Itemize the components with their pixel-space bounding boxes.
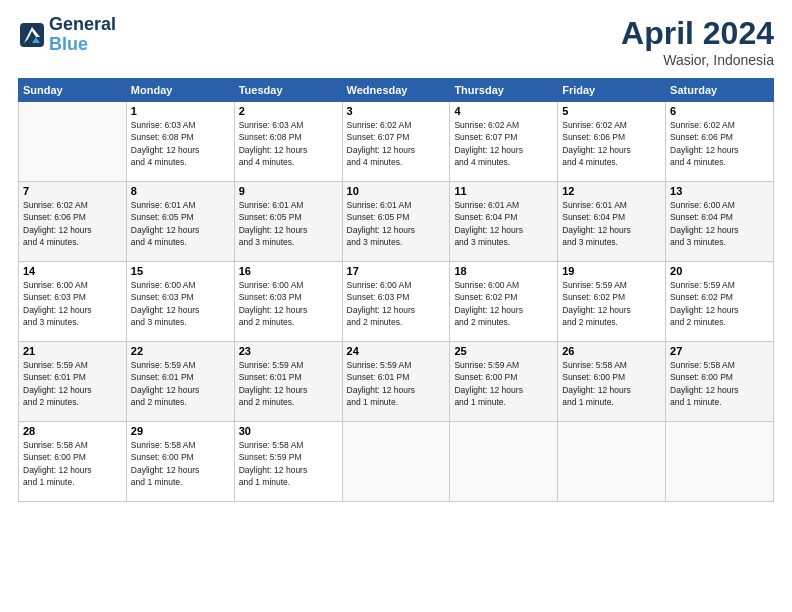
col-header-tuesday: Tuesday xyxy=(234,79,342,102)
calendar-cell: 1Sunrise: 6:03 AM Sunset: 6:08 PM Daylig… xyxy=(126,102,234,182)
day-number: 10 xyxy=(347,185,446,197)
calendar-cell: 2Sunrise: 6:03 AM Sunset: 6:08 PM Daylig… xyxy=(234,102,342,182)
day-info: Sunrise: 6:00 AM Sunset: 6:04 PM Dayligh… xyxy=(670,199,769,248)
calendar-cell: 25Sunrise: 5:59 AM Sunset: 6:00 PM Dayli… xyxy=(450,342,558,422)
day-number: 19 xyxy=(562,265,661,277)
header-row: SundayMondayTuesdayWednesdayThursdayFrid… xyxy=(19,79,774,102)
day-info: Sunrise: 5:58 AM Sunset: 6:00 PM Dayligh… xyxy=(670,359,769,408)
calendar-cell: 15Sunrise: 6:00 AM Sunset: 6:03 PM Dayli… xyxy=(126,262,234,342)
day-number: 24 xyxy=(347,345,446,357)
day-number: 26 xyxy=(562,345,661,357)
calendar-body: 1Sunrise: 6:03 AM Sunset: 6:08 PM Daylig… xyxy=(19,102,774,502)
day-number: 7 xyxy=(23,185,122,197)
week-row-2: 7Sunrise: 6:02 AM Sunset: 6:06 PM Daylig… xyxy=(19,182,774,262)
day-info: Sunrise: 6:02 AM Sunset: 6:07 PM Dayligh… xyxy=(347,119,446,168)
logo-icon xyxy=(18,21,46,49)
day-number: 6 xyxy=(670,105,769,117)
day-number: 9 xyxy=(239,185,338,197)
day-info: Sunrise: 6:02 AM Sunset: 6:07 PM Dayligh… xyxy=(454,119,553,168)
col-header-sunday: Sunday xyxy=(19,79,127,102)
location: Wasior, Indonesia xyxy=(621,52,774,68)
title-block: April 2024 Wasior, Indonesia xyxy=(621,15,774,68)
day-number: 11 xyxy=(454,185,553,197)
day-number: 1 xyxy=(131,105,230,117)
col-header-wednesday: Wednesday xyxy=(342,79,450,102)
day-info: Sunrise: 5:58 AM Sunset: 5:59 PM Dayligh… xyxy=(239,439,338,488)
week-row-1: 1Sunrise: 6:03 AM Sunset: 6:08 PM Daylig… xyxy=(19,102,774,182)
day-info: Sunrise: 6:03 AM Sunset: 6:08 PM Dayligh… xyxy=(239,119,338,168)
calendar-cell: 10Sunrise: 6:01 AM Sunset: 6:05 PM Dayli… xyxy=(342,182,450,262)
day-number: 14 xyxy=(23,265,122,277)
day-info: Sunrise: 6:02 AM Sunset: 6:06 PM Dayligh… xyxy=(562,119,661,168)
day-number: 22 xyxy=(131,345,230,357)
calendar-cell: 3Sunrise: 6:02 AM Sunset: 6:07 PM Daylig… xyxy=(342,102,450,182)
logo-line2: Blue xyxy=(49,35,116,55)
day-number: 16 xyxy=(239,265,338,277)
calendar-cell: 28Sunrise: 5:58 AM Sunset: 6:00 PM Dayli… xyxy=(19,422,127,502)
page: General Blue April 2024 Wasior, Indonesi… xyxy=(0,0,792,612)
logo: General Blue xyxy=(18,15,116,55)
logo-line1: General xyxy=(49,15,116,35)
day-info: Sunrise: 5:59 AM Sunset: 6:01 PM Dayligh… xyxy=(23,359,122,408)
day-number: 23 xyxy=(239,345,338,357)
col-header-friday: Friday xyxy=(558,79,666,102)
day-info: Sunrise: 6:01 AM Sunset: 6:05 PM Dayligh… xyxy=(239,199,338,248)
calendar-cell: 24Sunrise: 5:59 AM Sunset: 6:01 PM Dayli… xyxy=(342,342,450,422)
day-info: Sunrise: 6:01 AM Sunset: 6:05 PM Dayligh… xyxy=(131,199,230,248)
calendar-cell: 30Sunrise: 5:58 AM Sunset: 5:59 PM Dayli… xyxy=(234,422,342,502)
calendar-cell: 7Sunrise: 6:02 AM Sunset: 6:06 PM Daylig… xyxy=(19,182,127,262)
col-header-thursday: Thursday xyxy=(450,79,558,102)
day-info: Sunrise: 6:02 AM Sunset: 6:06 PM Dayligh… xyxy=(670,119,769,168)
calendar-cell xyxy=(19,102,127,182)
day-number: 12 xyxy=(562,185,661,197)
calendar-cell: 20Sunrise: 5:59 AM Sunset: 6:02 PM Dayli… xyxy=(666,262,774,342)
month-title: April 2024 xyxy=(621,15,774,52)
calendar-cell: 12Sunrise: 6:01 AM Sunset: 6:04 PM Dayli… xyxy=(558,182,666,262)
day-info: Sunrise: 6:00 AM Sunset: 6:03 PM Dayligh… xyxy=(239,279,338,328)
calendar-cell: 9Sunrise: 6:01 AM Sunset: 6:05 PM Daylig… xyxy=(234,182,342,262)
day-info: Sunrise: 5:59 AM Sunset: 6:02 PM Dayligh… xyxy=(562,279,661,328)
calendar-cell: 29Sunrise: 5:58 AM Sunset: 6:00 PM Dayli… xyxy=(126,422,234,502)
calendar-cell: 6Sunrise: 6:02 AM Sunset: 6:06 PM Daylig… xyxy=(666,102,774,182)
day-number: 2 xyxy=(239,105,338,117)
day-number: 4 xyxy=(454,105,553,117)
day-info: Sunrise: 5:59 AM Sunset: 6:01 PM Dayligh… xyxy=(131,359,230,408)
calendar-cell: 27Sunrise: 5:58 AM Sunset: 6:00 PM Dayli… xyxy=(666,342,774,422)
calendar-cell: 19Sunrise: 5:59 AM Sunset: 6:02 PM Dayli… xyxy=(558,262,666,342)
calendar-cell xyxy=(342,422,450,502)
col-header-saturday: Saturday xyxy=(666,79,774,102)
day-number: 27 xyxy=(670,345,769,357)
day-info: Sunrise: 6:01 AM Sunset: 6:04 PM Dayligh… xyxy=(454,199,553,248)
calendar-cell xyxy=(666,422,774,502)
calendar-cell: 13Sunrise: 6:00 AM Sunset: 6:04 PM Dayli… xyxy=(666,182,774,262)
calendar-cell xyxy=(558,422,666,502)
calendar-cell: 18Sunrise: 6:00 AM Sunset: 6:02 PM Dayli… xyxy=(450,262,558,342)
logo-text: General Blue xyxy=(49,15,116,55)
header: General Blue April 2024 Wasior, Indonesi… xyxy=(18,15,774,68)
day-info: Sunrise: 6:01 AM Sunset: 6:04 PM Dayligh… xyxy=(562,199,661,248)
day-info: Sunrise: 6:00 AM Sunset: 6:03 PM Dayligh… xyxy=(131,279,230,328)
calendar-cell: 16Sunrise: 6:00 AM Sunset: 6:03 PM Dayli… xyxy=(234,262,342,342)
week-row-3: 14Sunrise: 6:00 AM Sunset: 6:03 PM Dayli… xyxy=(19,262,774,342)
day-info: Sunrise: 6:02 AM Sunset: 6:06 PM Dayligh… xyxy=(23,199,122,248)
calendar-cell: 11Sunrise: 6:01 AM Sunset: 6:04 PM Dayli… xyxy=(450,182,558,262)
day-info: Sunrise: 5:59 AM Sunset: 6:01 PM Dayligh… xyxy=(239,359,338,408)
svg-rect-0 xyxy=(20,23,44,47)
week-row-4: 21Sunrise: 5:59 AM Sunset: 6:01 PM Dayli… xyxy=(19,342,774,422)
day-info: Sunrise: 6:00 AM Sunset: 6:02 PM Dayligh… xyxy=(454,279,553,328)
day-number: 29 xyxy=(131,425,230,437)
day-number: 18 xyxy=(454,265,553,277)
day-info: Sunrise: 6:03 AM Sunset: 6:08 PM Dayligh… xyxy=(131,119,230,168)
day-info: Sunrise: 6:00 AM Sunset: 6:03 PM Dayligh… xyxy=(347,279,446,328)
calendar-cell: 23Sunrise: 5:59 AM Sunset: 6:01 PM Dayli… xyxy=(234,342,342,422)
week-row-5: 28Sunrise: 5:58 AM Sunset: 6:00 PM Dayli… xyxy=(19,422,774,502)
col-header-monday: Monday xyxy=(126,79,234,102)
calendar-cell: 17Sunrise: 6:00 AM Sunset: 6:03 PM Dayli… xyxy=(342,262,450,342)
day-number: 20 xyxy=(670,265,769,277)
day-number: 28 xyxy=(23,425,122,437)
calendar-table: SundayMondayTuesdayWednesdayThursdayFrid… xyxy=(18,78,774,502)
calendar-cell: 22Sunrise: 5:59 AM Sunset: 6:01 PM Dayli… xyxy=(126,342,234,422)
day-info: Sunrise: 6:00 AM Sunset: 6:03 PM Dayligh… xyxy=(23,279,122,328)
calendar-cell: 21Sunrise: 5:59 AM Sunset: 6:01 PM Dayli… xyxy=(19,342,127,422)
day-number: 25 xyxy=(454,345,553,357)
